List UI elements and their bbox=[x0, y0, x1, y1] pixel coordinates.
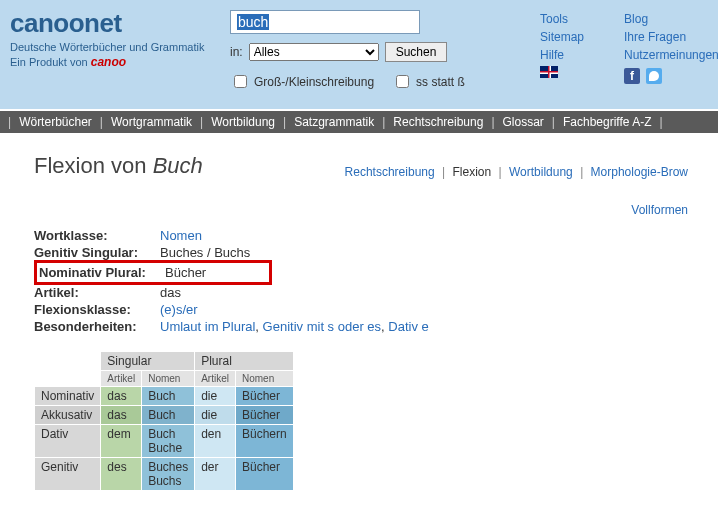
link-sitemap[interactable]: Sitemap bbox=[540, 30, 584, 44]
cell: Bücher bbox=[236, 406, 293, 424]
cell: das bbox=[101, 387, 141, 405]
info-row: Flexionsklasse:(e)s/er bbox=[34, 301, 688, 318]
info-value-link[interactable]: (e)s/er bbox=[160, 302, 198, 317]
product-line: Ein Produkt von canoo bbox=[10, 55, 210, 69]
tagline: Deutsche Wörterbücher und Grammatik bbox=[10, 41, 210, 53]
cell: die bbox=[195, 387, 235, 405]
logo[interactable]: canoonet bbox=[10, 8, 210, 39]
flag-uk-icon[interactable] bbox=[540, 66, 558, 78]
tab-nav: Rechtschreibung | Flexion | Wortbildung … bbox=[345, 165, 688, 179]
info-row: Artikel:das bbox=[34, 284, 688, 301]
twitter-icon[interactable] bbox=[646, 68, 662, 84]
product-name: canoo bbox=[91, 55, 126, 69]
vollformen-link[interactable]: Vollformen bbox=[631, 203, 688, 217]
case-checkbox-input[interactable] bbox=[234, 75, 247, 88]
search-input[interactable]: buch bbox=[230, 10, 420, 34]
nav-item[interactable]: Fachbegriffe A-Z bbox=[563, 115, 652, 129]
table-row: AkkusativdasBuchdieBücher bbox=[35, 406, 293, 424]
cell: BuchesBuchs bbox=[142, 458, 194, 490]
cell: die bbox=[195, 406, 235, 424]
highlighted-row: Nominativ Plural:Bücher bbox=[34, 260, 272, 285]
nav-item[interactable]: Satzgrammatik bbox=[294, 115, 374, 129]
tab-wordformation[interactable]: Wortbildung bbox=[509, 165, 573, 179]
nav-item[interactable]: Glossar bbox=[503, 115, 544, 129]
facebook-icon[interactable]: f bbox=[624, 68, 640, 84]
header-links: Tools Sitemap Hilfe Blog Ihre Fragen Nut… bbox=[540, 8, 718, 91]
spec-link[interactable]: Umlaut im Plural bbox=[160, 319, 255, 334]
tab-flexion: Flexion bbox=[452, 165, 491, 179]
nav-item[interactable]: Wörterbücher bbox=[19, 115, 92, 129]
table-row: DativdemBuchBuchedenBüchern bbox=[35, 425, 293, 457]
decl-body: NominativdasBuchdieBücherAkkusativdasBuc… bbox=[35, 387, 293, 490]
spec-link[interactable]: Genitiv mit s oder es bbox=[263, 319, 382, 334]
table-row: GenitivdesBuchesBuchsderBücher bbox=[35, 458, 293, 490]
cell: Genitiv bbox=[35, 458, 100, 490]
page-title: Flexion von Buch bbox=[34, 153, 203, 179]
header: canoonet Deutsche Wörterbücher und Gramm… bbox=[0, 0, 718, 111]
main-nav: | Wörterbücher| Wortgrammatik| Wortbildu… bbox=[0, 111, 718, 133]
cell: des bbox=[101, 458, 141, 490]
search-area: buch in: Alles Suchen Groß-/Kleinschreib… bbox=[230, 8, 520, 91]
cell: Dativ bbox=[35, 425, 100, 457]
cell: dem bbox=[101, 425, 141, 457]
link-blog[interactable]: Blog bbox=[624, 12, 718, 26]
cell: der bbox=[195, 458, 235, 490]
table-row: NominativdasBuchdieBücher bbox=[35, 387, 293, 405]
col-singular: Singular bbox=[101, 352, 194, 370]
info-spec-links: Umlaut im Plural, Genitiv mit s oder es,… bbox=[160, 319, 429, 334]
info-row: Genitiv Singular:Buches / Buchs bbox=[34, 244, 688, 261]
info-value: das bbox=[160, 285, 181, 300]
declension-table: Singular Plural Artikel Nomen Artikel No… bbox=[34, 351, 294, 491]
cell: Akkusativ bbox=[35, 406, 100, 424]
brand: canoonet Deutsche Wörterbücher und Gramm… bbox=[10, 8, 210, 91]
logo-part-a: canoo bbox=[10, 8, 84, 38]
spec-link[interactable]: Dativ e bbox=[388, 319, 428, 334]
link-faq[interactable]: Ihre Fragen bbox=[624, 30, 718, 44]
nav-item[interactable]: Wortgrammatik bbox=[111, 115, 192, 129]
cell: den bbox=[195, 425, 235, 457]
tab-spelling[interactable]: Rechtschreibung bbox=[345, 165, 435, 179]
info-row: Besonderheiten: Umlaut im Plural, Geniti… bbox=[34, 318, 688, 335]
in-label: in: bbox=[230, 45, 243, 59]
nav-item[interactable]: Rechtschreibung bbox=[393, 115, 483, 129]
cell: Büchern bbox=[236, 425, 293, 457]
cell: Buch bbox=[142, 387, 194, 405]
tab-morphology[interactable]: Morphologie-Brow bbox=[591, 165, 688, 179]
cell: BuchBuche bbox=[142, 425, 194, 457]
cell: Buch bbox=[142, 406, 194, 424]
info-value: Buches / Buchs bbox=[160, 245, 250, 260]
word-info: Wortklasse:Nomen Genitiv Singular:Buches… bbox=[34, 227, 688, 335]
nav-item[interactable]: Wortbildung bbox=[211, 115, 275, 129]
info-value: Bücher bbox=[165, 265, 206, 280]
cell: Bücher bbox=[236, 458, 293, 490]
link-tools[interactable]: Tools bbox=[540, 12, 584, 26]
cell: Nominativ bbox=[35, 387, 100, 405]
cell: Bücher bbox=[236, 387, 293, 405]
ss-checkbox-input[interactable] bbox=[396, 75, 409, 88]
header-links-col1: Tools Sitemap Hilfe bbox=[540, 12, 584, 91]
link-help[interactable]: Hilfe bbox=[540, 48, 584, 62]
right-sublink: Vollformen bbox=[34, 203, 688, 217]
search-value: buch bbox=[237, 14, 269, 30]
scope-select[interactable]: Alles bbox=[249, 43, 379, 61]
header-links-col2: Blog Ihre Fragen Nutzermeinungen f bbox=[624, 12, 718, 91]
link-reviews[interactable]: Nutzermeinungen bbox=[624, 48, 718, 62]
search-button[interactable]: Suchen bbox=[385, 42, 448, 62]
col-plural: Plural bbox=[195, 352, 293, 370]
cell: das bbox=[101, 406, 141, 424]
product-prefix: Ein Produkt von bbox=[10, 56, 91, 68]
info-value-link[interactable]: Nomen bbox=[160, 228, 202, 243]
content: Flexion von Buch Rechtschreibung | Flexi… bbox=[0, 133, 718, 501]
case-checkbox[interactable]: Groß-/Kleinschreibung bbox=[230, 72, 374, 91]
info-row: Wortklasse:Nomen bbox=[34, 227, 688, 244]
ss-checkbox[interactable]: ss statt ß bbox=[392, 72, 465, 91]
logo-part-b: net bbox=[84, 8, 122, 38]
